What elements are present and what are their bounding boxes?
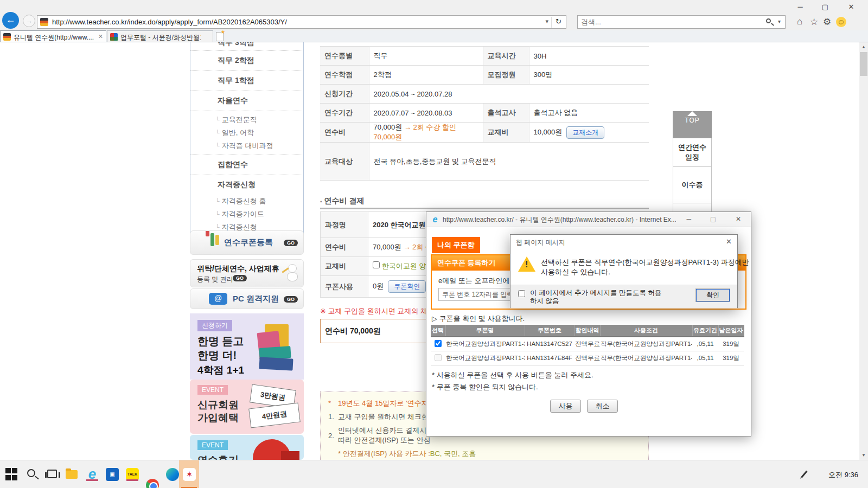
window-close-button[interactable]: ✕	[842, 1, 860, 13]
forward-button[interactable]: →	[23, 15, 35, 27]
scroll-to-top-button[interactable]: TOP	[673, 111, 712, 138]
info-label: 모집정원	[483, 66, 529, 85]
kakaotalk-icon[interactable]: TALK	[126, 468, 139, 481]
refresh-icon[interactable]: ↻	[556, 17, 561, 25]
banner-review-event[interactable]: EVENT 연수후기	[190, 435, 304, 460]
scroll-up-icon[interactable]: ▲	[859, 42, 868, 52]
event-badge: EVENT	[197, 440, 228, 450]
ok-button[interactable]: 확인	[696, 289, 730, 301]
sidebar-subitem[interactable]: └교육전문직	[190, 113, 303, 126]
window-minimize-button[interactable]: ─	[791, 1, 809, 13]
ie-icon: e	[431, 215, 439, 224]
payment-section-title: ▪연수비 결제	[320, 196, 364, 206]
search-dropdown-icon[interactable]: ▾	[778, 18, 781, 24]
active-app-button[interactable]: ✶	[179, 460, 199, 488]
dialog-message: 선택하신 쿠폰은 직무연수(한국어교원양성과정PART1-3) 과정에만	[541, 258, 749, 267]
edge-icon[interactable]	[166, 468, 179, 481]
coupon-use-instruction: ▷ 쿠폰을 확인 및 사용합니다.	[432, 314, 525, 324]
sidebar-subitem[interactable]: └자격증가이드	[190, 208, 303, 221]
coupon-check-button[interactable]: 쿠폰확인	[388, 280, 426, 293]
coupon-card: 4만원권	[248, 403, 301, 428]
banner-partner[interactable]: 위탁/단체연수, 사업제휴 등록 및 관리 GO	[190, 259, 304, 287]
new-tab-button[interactable]	[216, 32, 224, 41]
cancel-button[interactable]: 취소	[587, 400, 618, 413]
go-badge[interactable]: GO	[284, 240, 298, 246]
tab-label: 업무포털 - 서윤경/화성반월고...	[120, 33, 201, 42]
popup-close-button[interactable]: ✕	[736, 215, 741, 223]
quick-item-schedule[interactable]: 연간연수 일정	[673, 138, 712, 167]
sidebar-subitem[interactable]: └자격증 대비과정	[190, 139, 303, 152]
dialog-close-icon[interactable]: ✕	[726, 237, 732, 246]
textbook-checkbox[interactable]	[373, 261, 380, 268]
banner-title: PC 원격지원	[233, 294, 279, 304]
coupon-col-header: 쿠폰명	[445, 325, 525, 337]
sidebar-item-jiphap[interactable]: 집합연수	[190, 155, 303, 175]
window-maximize-button[interactable]: ▢	[816, 1, 834, 13]
popup-titlebar[interactable]: e http://www.teacher.co.kr/ - 유니텔 연수원(ht…	[426, 212, 751, 227]
banner-coupon-register[interactable]: 연수쿠폰등록 GO	[190, 230, 304, 255]
info-value: 10,000원교재소개	[529, 123, 649, 143]
scroll-down-icon[interactable]: ▼	[859, 451, 868, 460]
sidebar-item-license[interactable]: 자격증신청	[190, 175, 303, 195]
internet-explorer-icon[interactable]: e	[86, 468, 99, 481]
url-text[interactable]: http://www.teacher.co.kr/index.do/apply/…	[52, 18, 287, 26]
feedback-smiley-icon[interactable]: ☺	[836, 17, 846, 27]
taskbar: e ▣ TALK ✶ 오전 9:36	[0, 460, 868, 488]
favorites-icon[interactable]: ☆	[810, 16, 818, 28]
sidebar-item-jikmu3[interactable]: 직무 3학점	[190, 42, 303, 50]
suppress-messages-label: 이 페이지에서 추가 메시지를 만들도록 허용하지 않음	[530, 289, 666, 305]
go-badge[interactable]: GO	[233, 275, 247, 281]
go-badge[interactable]: GO	[284, 296, 298, 303]
address-bar[interactable]: http://www.teacher.co.kr/index.do/apply/…	[37, 15, 566, 29]
use-button[interactable]: 사용	[550, 400, 581, 413]
site-favicon	[40, 18, 48, 26]
search-box[interactable]: ▾	[577, 15, 786, 29]
sidebar-item-jikmu1[interactable]: 직무 1학점	[190, 70, 303, 91]
banner-title: 연수쿠폰등록	[224, 237, 273, 248]
event-badge: EVENT	[197, 385, 228, 395]
banner-subtitle: 등록 및 관리	[197, 275, 233, 284]
info-label: 교육시간	[483, 47, 529, 66]
back-button[interactable]: ←	[2, 12, 19, 29]
tab-close-icon[interactable]: ✕	[98, 33, 103, 40]
banner-new-member-event[interactable]: EVENT 신규회원 가입혜택 3만원권 4만원권	[190, 380, 304, 434]
sidebar-item-jayul[interactable]: 자율연수	[190, 91, 303, 111]
scrollbar-thumb[interactable]	[860, 52, 867, 76]
tab-favicon	[110, 33, 118, 41]
sidebar-item-jikmu2[interactable]: 직무 2학점	[190, 50, 303, 70]
coupon-name: 한국어교원양성과정PART1-3	[445, 351, 525, 365]
coupon-select-checkbox[interactable]	[435, 340, 442, 347]
window-titlebar: ─ ▢ ✕	[0, 0, 868, 14]
coupon-select-checkbox[interactable]	[435, 354, 442, 361]
taskbar-search-icon[interactable]	[27, 469, 35, 477]
banner-line: 한명 듣고	[197, 334, 244, 349]
tab-unitel[interactable]: 유니텔 연수원(http://www.... ✕	[0, 30, 106, 42]
banner-one-plus-one[interactable]: 신청하기 한명 듣고 한명 더! 4학점 1+1	[190, 313, 304, 380]
file-explorer-icon[interactable]	[66, 470, 78, 479]
search-input[interactable]	[581, 17, 755, 27]
banner-remote-support[interactable]: @ PC 원격지원 GO	[190, 288, 304, 309]
blue-app-icon[interactable]: ▣	[106, 468, 119, 481]
suppress-messages-checkbox[interactable]	[518, 290, 525, 297]
chrome-icon[interactable]	[146, 479, 159, 488]
popup-maximize-button[interactable]: ▢	[710, 215, 716, 223]
task-view-icon[interactable]	[47, 470, 57, 478]
dialog-title: 웹 페이지 메시지	[516, 238, 565, 247]
quick-item-certificate[interactable]: 이수증	[673, 167, 712, 203]
sidebar-subitem[interactable]: └자격증신청 홈	[190, 195, 303, 208]
sidebar-subitem[interactable]: └일반, 어학	[190, 126, 303, 139]
popup-minimize-button[interactable]: ─	[686, 215, 691, 223]
url-dropdown-icon[interactable]: ▾	[545, 18, 548, 25]
start-button[interactable]	[5, 468, 18, 481]
coupon-number: HAN13147E84F	[525, 351, 575, 365]
mascot-icon	[284, 264, 298, 282]
search-icon[interactable]	[766, 18, 771, 23]
tab-portal[interactable]: 업무포털 - 서윤경/화성반월고...	[107, 30, 213, 42]
pen-tray-icon[interactable]	[801, 471, 808, 478]
home-icon[interactable]: ⌂	[797, 16, 802, 27]
info-label: 교육대상	[320, 143, 369, 181]
textbook-intro-button[interactable]: 교재소개	[566, 126, 604, 139]
settings-icon[interactable]: ⚙	[823, 16, 831, 28]
coupon-col-header: 쿠폰번호	[525, 325, 575, 337]
page-scrollbar[interactable]: ▲ ▼	[859, 42, 868, 460]
